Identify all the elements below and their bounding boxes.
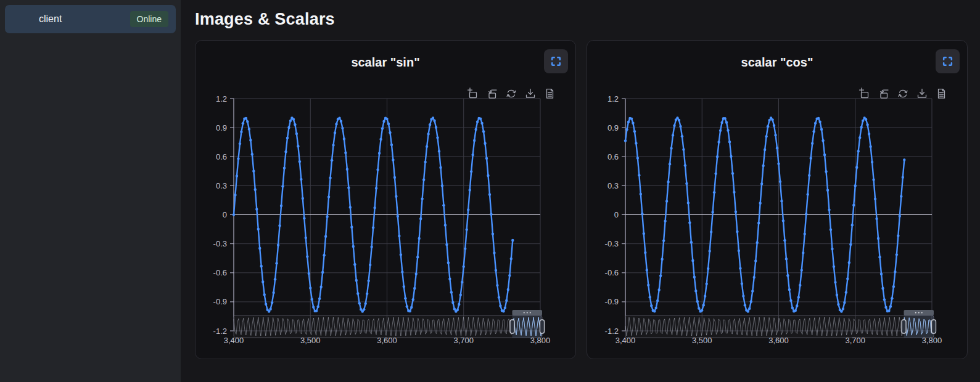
app-root: client Online Images & Scalars scalar "s… [0,0,980,382]
data-view-button[interactable] [543,87,556,100]
svg-text:-0.9: -0.9 [213,297,227,306]
datazoom-left-handle[interactable] [902,320,906,333]
page-title: Images & Scalars [195,10,968,29]
svg-text:3,600: 3,600 [768,336,789,345]
main-content: Images & Scalars scalar "sin" [181,0,980,382]
chart-title: scalar "sin" [196,55,575,70]
datazoom-move-handle[interactable] [904,310,934,315]
svg-text:-1.2: -1.2 [213,327,227,336]
client-label: client [39,14,62,25]
data-view-icon [543,87,556,100]
svg-text:0: 0 [223,210,227,219]
svg-text:0: 0 [614,210,619,219]
svg-text:3,400: 3,400 [616,336,636,345]
datazoom-slider[interactable] [625,310,936,338]
box-zoom-button[interactable] [859,87,871,100]
svg-text:3,700: 3,700 [453,336,474,345]
chart-cards-row: scalar "sin" [195,40,968,359]
sidebar: client Online [0,0,181,382]
chart-card-sin: scalar "sin" [195,40,576,359]
svg-text:-0.9: -0.9 [605,297,619,306]
chart-toolbar [467,87,556,100]
sidebar-item-client[interactable]: client Online [5,5,176,33]
data-view-icon [935,87,947,100]
svg-text:-0.3: -0.3 [605,239,619,248]
svg-text:0.3: 0.3 [607,181,619,190]
svg-text:-1.2: -1.2 [605,327,619,336]
datazoom-right-handle[interactable] [540,320,545,333]
y-axis [622,99,625,331]
svg-text:-0.6: -0.6 [605,268,619,277]
svg-text:1.2: 1.2 [216,94,227,104]
svg-text:3,700: 3,700 [845,336,865,345]
fullscreen-button[interactable] [544,49,568,73]
box-zoom-button[interactable] [467,87,479,100]
download-button[interactable] [916,87,928,100]
restore-icon [505,87,517,100]
zoom-reset-button[interactable] [878,87,890,100]
grid-lines [625,99,932,331]
svg-text:3,800: 3,800 [922,336,942,345]
restore-icon [897,87,909,100]
svg-text:0.6: 0.6 [607,152,619,161]
svg-text:0.3: 0.3 [216,181,227,190]
fullscreen-expand-icon [550,55,562,67]
zoom-reset-icon [486,87,498,100]
svg-text:-0.6: -0.6 [213,268,227,277]
download-button[interactable] [524,87,537,100]
datazoom-move-handle[interactable] [513,310,543,315]
chart-card-cos: scalar "cos" [587,40,968,359]
data-view-button[interactable] [935,87,947,100]
restore-button[interactable] [505,87,517,100]
svg-text:3,500: 3,500 [300,336,321,345]
fullscreen-button[interactable] [936,49,960,73]
status-badge: Online [130,11,168,27]
grid-lines [234,99,540,331]
svg-text:0.6: 0.6 [216,152,227,161]
svg-text:0.9: 0.9 [607,123,619,132]
svg-text:1.2: 1.2 [607,94,619,104]
box-zoom-icon [859,87,871,100]
svg-text:3,600: 3,600 [377,336,397,345]
box-zoom-icon [467,87,479,100]
line-chart-cos[interactable]: 1.20.90.60.30-0.3-0.6-0.9-1.23,4003,5003… [587,86,968,360]
download-icon [916,87,928,100]
line-chart-sin[interactable]: 1.20.90.60.30-0.3-0.6-0.9-1.23,4003,5003… [196,86,577,360]
datazoom-right-handle[interactable] [932,320,936,333]
zoom-reset-icon [878,87,890,100]
datazoom-slider[interactable] [234,310,545,338]
datazoom-left-handle[interactable] [510,320,514,333]
svg-text:-0.3: -0.3 [213,239,227,248]
svg-text:3,400: 3,400 [224,336,244,345]
download-icon [524,87,537,100]
svg-text:0.9: 0.9 [216,123,227,132]
chart-toolbar [859,87,947,100]
restore-button[interactable] [897,87,909,100]
svg-text:3,500: 3,500 [692,336,712,345]
svg-text:3,800: 3,800 [530,336,551,345]
chart-title: scalar "cos" [587,55,967,70]
fullscreen-expand-icon [942,55,953,67]
zoom-reset-button[interactable] [486,87,498,100]
